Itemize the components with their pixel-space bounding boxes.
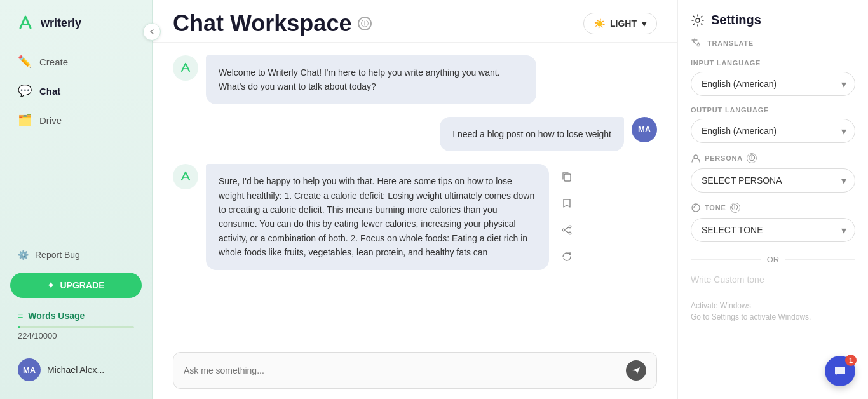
or-line-right (785, 259, 855, 260)
bot-message-bubble-1: Welcome to Writerly Chat! I'm here to he… (206, 55, 536, 104)
tone-section: TONE ⓘ SELECT TONE (691, 203, 855, 242)
activate-windows-section: Activate WindowsGo to Settings to activa… (691, 300, 855, 323)
user-area[interactable]: MA Michael Alex... (10, 353, 142, 386)
chat-notification-button[interactable]: 1 (825, 356, 855, 386)
output-language-select-wrapper: English (American) English (British) Spa… (691, 119, 855, 143)
main-header: Chat Workspace ⓘ ☀️ LIGHT ▾ (153, 0, 677, 43)
tone-info-icon[interactable]: ⓘ (730, 203, 740, 213)
sidebar-item-create[interactable]: ✏️ Create (10, 48, 142, 75)
sidebar-item-create-label: Create (39, 57, 68, 67)
settings-title: Settings (691, 13, 855, 27)
input-language-select-wrapper: English (American) English (British) Spa… (691, 72, 855, 96)
sidebar-item-chat-label: Chat (39, 86, 60, 97)
translate-section: TRANSLATE (691, 37, 855, 49)
light-icon: ☀️ (594, 18, 605, 29)
chat-input-wrapper (173, 352, 657, 389)
translate-icon (691, 37, 702, 49)
send-button[interactable] (626, 360, 646, 381)
bot-avatar-2 (173, 164, 198, 189)
words-usage-progress-track (18, 326, 134, 328)
svg-point-1 (569, 226, 571, 228)
theme-toggle-button[interactable]: ☀️ LIGHT ▾ (583, 13, 657, 34)
tone-select[interactable]: SELECT TONE (691, 218, 855, 242)
persona-select[interactable]: SELECT PERSONA (691, 168, 855, 193)
or-section: OR (691, 255, 855, 264)
sidebar-item-drive[interactable]: 🗂️ Drive (10, 107, 142, 133)
chat-bubble-icon (833, 364, 847, 378)
persona-icon (691, 153, 701, 163)
custom-tone-text[interactable]: Write Custom tone (691, 274, 855, 285)
or-label: OR (767, 255, 780, 264)
copy-icon-button[interactable] (557, 166, 577, 187)
output-language-label: OUTPUT LANGUAGE (691, 106, 855, 114)
svg-point-3 (569, 232, 571, 234)
settings-icon (691, 13, 705, 27)
drive-icon: 🗂️ (18, 113, 32, 127)
bug-icon: ⚙️ (18, 250, 29, 260)
words-usage-progress-fill (18, 326, 20, 328)
logo-icon (15, 13, 36, 33)
notification-badge: 1 (845, 355, 857, 366)
chat-input[interactable] (184, 365, 626, 375)
persona-label-text: PERSONA (705, 154, 743, 162)
persona-info-icon[interactable]: ⓘ (747, 153, 757, 163)
chat-icon: 💬 (18, 84, 32, 98)
tone-select-wrapper: SELECT TONE (691, 218, 855, 242)
svg-rect-0 (564, 174, 571, 181)
words-usage-section: ≡ Words Usage 224/10000 (10, 306, 142, 346)
output-language-select[interactable]: English (American) English (British) Spa… (691, 119, 855, 143)
svg-point-4 (696, 18, 700, 22)
svg-point-6 (692, 204, 700, 212)
tone-label-area: TONE ⓘ (691, 203, 855, 213)
persona-label-area: PERSONA ⓘ (691, 153, 855, 163)
avatar: MA (18, 358, 41, 381)
nav-items: ✏️ Create 💬 Chat 🗂️ Drive (0, 48, 152, 133)
svg-point-2 (562, 229, 565, 231)
refresh-icon-button[interactable] (557, 247, 577, 267)
main-area: Chat Workspace ⓘ ☀️ LIGHT ▾ Welcome to W… (153, 0, 677, 399)
bot-message-text-1: Welcome to Writerly Chat! I'm here to he… (219, 67, 500, 91)
bookmark-icon-button[interactable] (557, 193, 577, 213)
input-language-select[interactable]: English (American) English (British) Spa… (691, 72, 855, 96)
chat-container: Welcome to Writerly Chat! I'm here to he… (153, 43, 677, 344)
bot-message-row-1: Welcome to Writerly Chat! I'm here to he… (173, 55, 657, 104)
sidebar-item-chat[interactable]: 💬 Chat (10, 78, 142, 104)
settings-sidebar: Settings TRANSLATE INPUT LANGUAGE Englis… (677, 0, 868, 399)
settings-title-text: Settings (711, 13, 761, 27)
persona-select-wrapper: SELECT PERSONA (691, 168, 855, 193)
input-language-section: INPUT LANGUAGE English (American) Englis… (691, 59, 855, 96)
activate-windows-text: Activate WindowsGo to Settings to activa… (691, 300, 855, 323)
upgrade-label: UPGRADE (60, 280, 104, 290)
share-icon-button[interactable] (557, 220, 577, 240)
tone-icon (691, 203, 701, 213)
sidebar-item-drive-label: Drive (39, 115, 62, 126)
bot-avatar-1 (173, 55, 198, 81)
upgrade-button[interactable]: ✦ UPGRADE (10, 273, 142, 298)
translate-label: TRANSLATE (707, 39, 754, 47)
title-info-icon[interactable]: ⓘ (358, 17, 372, 30)
bot-response-area: Sure, I'd be happy to help you with that… (173, 164, 657, 269)
output-language-section: OUTPUT LANGUAGE English (American) Engli… (691, 106, 855, 143)
input-language-label: INPUT LANGUAGE (691, 59, 855, 67)
words-usage-icon: ≡ (18, 311, 23, 321)
logo-area: writerly (0, 13, 152, 48)
user-name: Michael Alex... (47, 365, 104, 375)
user-avatar-message: MA (632, 117, 657, 142)
sidebar: writerly ✏️ Create 💬 Chat 🗂️ Drive ⚙️ Re… (0, 0, 153, 399)
user-message-text: I need a blog post on how to lose weight (452, 129, 611, 139)
persona-section: PERSONA ⓘ SELECT PERSONA (691, 153, 855, 193)
report-bug-label: Report Bug (35, 250, 80, 260)
page-title: Chat Workspace (173, 10, 351, 37)
collapse-sidebar-button[interactable] (143, 23, 161, 41)
report-bug-button[interactable]: ⚙️ Report Bug (10, 245, 142, 265)
upgrade-icon: ✦ (47, 280, 55, 290)
chat-input-area (153, 344, 677, 399)
action-icons (557, 164, 577, 267)
words-count: 224/10000 (18, 331, 134, 341)
sidebar-bottom: ⚙️ Report Bug ✦ UPGRADE ≡ Words Usage 22… (0, 245, 152, 386)
bot-response-text: Sure, I'd be happy to help you with that… (219, 176, 534, 257)
tone-label-text: TONE (705, 204, 726, 212)
user-message-row: MA I need a blog post on how to lose wei… (173, 117, 657, 151)
theme-label: LIGHT (610, 18, 637, 29)
chevron-down-icon: ▾ (642, 18, 646, 29)
